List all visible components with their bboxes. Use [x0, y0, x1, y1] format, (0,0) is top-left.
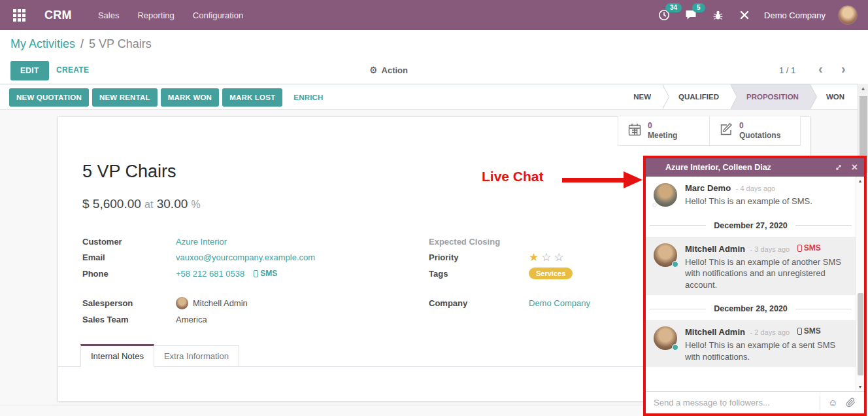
mark-won-button[interactable]: MARK WON [161, 88, 219, 107]
tab-extra-information[interactable]: Extra Information [154, 345, 239, 367]
create-button[interactable]: CREATE [56, 65, 89, 75]
live-chat-annotation-outline: Azure Interior, Colleen Diaz × Marc Demo… [643, 156, 867, 416]
new-rental-button[interactable]: NEW RENTAL [92, 88, 158, 107]
pencil-square-icon [719, 122, 733, 139]
enrich-button[interactable]: ENRICH [293, 94, 323, 101]
stage-new[interactable]: NEW [618, 84, 663, 109]
email-value-link[interactable]: vauxoo@yourcompany.example.com [176, 252, 315, 262]
stage-won[interactable]: WON [810, 84, 856, 109]
menu-sales[interactable]: Sales [98, 10, 120, 20]
offline-status-icon [652, 203, 657, 207]
customer-label: Customer [82, 237, 176, 247]
left-field-group: Customer Azure Interior Email vauxoo@you… [82, 234, 357, 328]
sales-team-value: America [176, 315, 207, 324]
phone-value-link[interactable]: +58 212 681 0538 [176, 269, 244, 279]
annotation-arrow-line [562, 178, 625, 182]
date-divider: December 28, 2020 [650, 304, 852, 313]
breadcrumb-separator: / [80, 37, 84, 51]
chat-message-input[interactable] [646, 398, 820, 407]
stage-pipeline: NEW QUALIFIED PROPOSITION WON [618, 84, 856, 109]
emoji-icon[interactable]: ☺ [820, 397, 846, 408]
message-author: Mitchell Admin [685, 244, 745, 254]
at-word: at [144, 199, 153, 210]
apps-grid-icon[interactable] [10, 7, 27, 24]
mitchell-admin-avatar [654, 326, 677, 350]
scroll-down-icon[interactable]: ▼ [856, 383, 864, 391]
chat-title: Azure Interior, Colleen Diaz [646, 163, 835, 172]
quotations-stat-button[interactable]: 0 Quotations [709, 116, 801, 146]
calendar-icon [627, 122, 642, 139]
stat-button-box: 0 Meeting 0 Quotations [618, 116, 801, 146]
stage-qualified[interactable]: QUALIFIED [663, 84, 731, 109]
salesperson-value: Mitchell Admin [193, 298, 248, 308]
email-field: Email vauxoo@yourcompany.example.com [82, 250, 357, 266]
breadcrumb-current: 5 VP Chairs [89, 37, 152, 51]
breadcrumb: My Activities / 5 VP Chairs [0, 30, 868, 58]
email-label: Email [82, 252, 176, 262]
salesperson-field: Salesperson Mitchell Admin [82, 296, 357, 312]
attachment-paperclip-icon[interactable] [846, 398, 864, 407]
record-pager: 1 / 1 [779, 65, 795, 75]
menu-configuration[interactable]: Configuration [193, 10, 243, 20]
online-status-icon [672, 261, 678, 268]
date-divider-label: December 28, 2020 [714, 304, 788, 313]
salesperson-avatar [176, 297, 188, 309]
message-timestamp: - 3 days ago [750, 245, 790, 253]
chat-message-list: Marc Demo - 4 days ago Hello! This is an… [646, 177, 864, 391]
chat-scrollbar-thumb[interactable] [858, 293, 863, 375]
tags-label: Tags [429, 269, 529, 279]
stage-proposition[interactable]: PROPOSITION [731, 84, 810, 109]
priority-label: Priority [429, 252, 529, 262]
app-name[interactable]: CRM [44, 9, 72, 22]
chat-scrollbar[interactable]: ▲ ▼ [856, 177, 864, 391]
pager-previous-icon[interactable]: ‹ [818, 61, 823, 77]
phone-icon [254, 270, 258, 277]
expand-icon[interactable] [835, 164, 843, 171]
breadcrumb-parent-link[interactable]: My Activities [10, 37, 75, 51]
message-author: Mitchell Admin [685, 327, 745, 337]
phone-label: Phone [82, 269, 176, 279]
phone-icon [797, 245, 802, 252]
quotations-count: 0 [739, 121, 780, 131]
scroll-up-icon[interactable]: ▲ [856, 177, 864, 185]
customer-value-link[interactable]: Azure Interior [176, 237, 227, 247]
annotation-arrow-head [624, 171, 643, 188]
date-divider: December 27, 2020 [650, 221, 852, 230]
salesperson-label: Salesperson [82, 298, 176, 308]
tab-internal-notes[interactable]: Internal Notes [80, 344, 154, 367]
pager-next-icon[interactable]: › [841, 61, 846, 77]
close-icon[interactable]: × [852, 162, 858, 173]
expected-revenue: $ 5,600.00 [82, 197, 141, 211]
priority-star-2-icon[interactable]: ☆ [541, 251, 551, 264]
action-menu-button[interactable]: ⚙ Action [369, 65, 408, 75]
messages-bubble-icon[interactable]: 5 [684, 8, 698, 22]
chat-message: Mitchell Admin - 2 days ago SMS Hello! T… [646, 320, 856, 367]
meeting-stat-button[interactable]: 0 Meeting [618, 116, 709, 146]
gear-icon: ⚙ [369, 65, 378, 75]
company-switcher[interactable]: Demo Company [764, 10, 826, 20]
live-chat-annotation-label: Live Chat [482, 169, 544, 184]
phone-field: Phone +58 212 681 0538 SMS [82, 266, 357, 282]
new-quotation-button[interactable]: NEW QUOTATION [9, 88, 89, 107]
user-avatar[interactable] [838, 5, 858, 25]
phone-icon [797, 328, 802, 335]
edit-button[interactable]: EDIT [10, 61, 49, 80]
mark-lost-button[interactable]: MARK LOST [222, 88, 282, 107]
debug-bug-icon[interactable] [710, 8, 725, 22]
priority-star-3-icon[interactable]: ☆ [554, 251, 564, 264]
chat-message: Marc Demo - 4 days ago Hello! This is an… [646, 177, 856, 212]
expected-closing-label: Expected Closing [429, 237, 529, 247]
form-statusbar: NEW QUOTATION NEW RENTAL MARK WON MARK L… [0, 84, 868, 110]
scroll-up-icon[interactable]: ▲ [858, 84, 868, 94]
priority-star-1-icon[interactable]: ★ [529, 251, 539, 264]
support-tools-icon[interactable] [737, 8, 752, 22]
activities-clock-icon[interactable]: 34 [657, 8, 671, 22]
crm-app-screen: CRM Sales Reporting Configuration 34 5 [0, 0, 868, 416]
live-chat-window: Azure Interior, Colleen Diaz × Marc Demo… [646, 158, 864, 413]
menu-reporting[interactable]: Reporting [137, 10, 174, 20]
company-value-link[interactable]: Demo Company [529, 298, 590, 308]
activities-count-badge: 34 [665, 3, 682, 12]
sms-button[interactable]: SMS [254, 269, 277, 278]
chat-header[interactable]: Azure Interior, Colleen Diaz × [646, 158, 864, 177]
lead-title: 5 VP Chairs [82, 162, 176, 182]
